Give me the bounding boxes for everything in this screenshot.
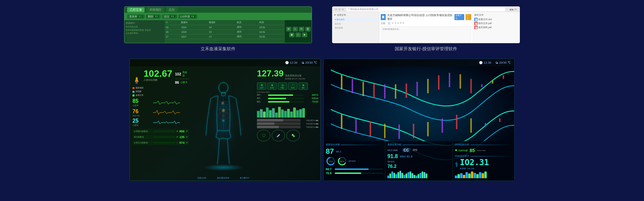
gene-mini-bar-1	[389, 174, 391, 178]
gene-mini-bar-10	[408, 172, 409, 178]
bank-doc-icon: 📄	[381, 14, 386, 20]
hc2-negative: 阴性	[413, 148, 418, 152]
rp-row-3: BD- 75436	[257, 100, 318, 103]
sidebar-item-active[interactable]: ● 退出选内	[334, 18, 378, 21]
toolbar-btn-1[interactable]: 查表单 F1	[127, 14, 145, 19]
heart-circle-btn[interactable]: ♡	[257, 130, 270, 141]
bar-col-15	[302, 108, 305, 118]
dna-stats-title: DNA综合统计	[455, 154, 512, 158]
file-item-2[interactable]: 📄 附件文件.pdf	[474, 22, 518, 25]
metric-lbl-1: γ-GT	[260, 87, 263, 89]
metric-btn-1[interactable]: ⚙ γ-GT	[257, 82, 266, 90]
metric-btn-5[interactable]: ⊕ τE1	[299, 82, 308, 90]
mini-bar-charts	[455, 172, 512, 178]
toolbar-key-1: F1	[138, 15, 143, 18]
label-plt: 血小板PLT	[240, 177, 250, 180]
mini-bar-7	[474, 173, 476, 178]
action-icon-2[interactable]: ⚠	[292, 27, 298, 31]
metric-icons: ⚙ γ-GT ⊕ δ-H2 ◎ HD≤ ♡ δ-L5	[257, 82, 318, 90]
page-num-active[interactable]: 1	[387, 22, 391, 25]
action-icon-5[interactable]: ▣	[289, 32, 294, 37]
blood-toolbar: 查表单 F1 删除 F2 提交 F3 LIS申请 F4	[124, 13, 312, 20]
gray-bar-2	[257, 122, 301, 125]
mini-bar-11	[484, 172, 487, 178]
med-right-panel: 127.39 免疫系统综合值 标准值 (63.37~156.86) ⚙ γ-GT	[255, 66, 320, 181]
gene-row-1: 89.7	[326, 168, 383, 171]
tab-blood-active[interactable]: 乙肝五项	[127, 7, 145, 12]
organ-rows: 左肾量功能数据 + 856 术 胃功能数据 + 135 术 左肾左功	[132, 129, 189, 145]
action-icon-1[interactable]: ⊞	[286, 27, 291, 31]
svg-text:86.5: 86.5	[340, 160, 344, 162]
cell-id-3: 17	[165, 34, 180, 39]
rp-header: GT≤ δHz HD≤	[257, 91, 318, 93]
organ-label-3: 左肾左功能数据	[134, 141, 152, 144]
metric-btn-4[interactable]: ♡ δ-L5	[288, 82, 298, 90]
gray-fill-1	[257, 119, 283, 122]
gene-score-big: 87	[326, 148, 334, 155]
mini-bar-9	[479, 172, 481, 178]
vital-row-3: 25 心脏率	[132, 118, 189, 127]
rp-val-1: 96573	[305, 94, 318, 96]
tab-blood-3[interactable]: 反应	[166, 7, 177, 12]
nav-dot-1	[335, 8, 337, 10]
organ-label-1: 左肾量功能数据	[134, 130, 152, 133]
blood-circle-btn[interactable]: 💉	[272, 130, 285, 141]
glow-ring	[203, 164, 244, 171]
rp-val-3: 75436	[305, 100, 318, 103]
sidebar-item-2[interactable]: 选文后	[334, 22, 378, 26]
bar-charts	[257, 104, 318, 118]
mini-bar-5	[468, 174, 471, 178]
page-num-2[interactable]: 2	[392, 22, 393, 25]
virus-circle-btn[interactable]: 🦠	[286, 130, 300, 141]
page-num-6[interactable]: 6	[402, 22, 404, 25]
table-row[interactable]: 16 1015 15 成功 10:31	[165, 29, 285, 34]
bank-sidebar: ▼ 全部文件 ● 退出选内 选文后 授信选项	[332, 12, 379, 43]
body-score-num: 102.67	[144, 69, 172, 78]
tab-blood-2[interactable]: 术筛项目	[147, 7, 164, 12]
bank-nav-icons[interactable]: ◀ ▶ ⟳	[509, 8, 517, 11]
metric-lbl-5: τE1	[302, 87, 305, 89]
brain-val-label: BRAIN	[387, 160, 450, 163]
metric-sym-5: ⊕	[302, 84, 305, 87]
dna-func-title-text: DNA机能分析	[455, 143, 469, 146]
rp-rows: GT≤ δHz HD≤ RP- 96573 RP- 63534	[257, 91, 318, 103]
page-num-3[interactable]: 3	[395, 22, 396, 25]
legend-dot-3	[132, 94, 135, 96]
page-num-5[interactable]: 5	[400, 22, 401, 25]
cell-b-1: 14	[208, 25, 236, 29]
bank-doc-title: 大连万福制药有限公司综合信贷-人行防疫专项应急贷款项目	[387, 13, 453, 21]
hc2-mon-label: Mon 91.8	[400, 155, 413, 158]
score-details: 102 高血压 86 心脏力	[175, 71, 189, 84]
person-icon: 🧍	[132, 76, 141, 84]
file-item-3[interactable]: 📄 相关资料.pdf	[474, 26, 518, 29]
table-row[interactable]: 15 1014 14 成功 10:31	[165, 25, 285, 29]
page-num-4[interactable]: 4	[397, 22, 399, 25]
table-row[interactable]: 17 1017 17 成功 10:31	[165, 34, 285, 39]
metric-btn-2[interactable]: ⊕ δ-H2	[267, 82, 277, 90]
action-icon-7[interactable]: ■	[302, 32, 307, 37]
file-item-1[interactable]: 📄 批量文件.doc	[474, 18, 518, 21]
sidebar-item-3[interactable]: 授信选项	[334, 26, 378, 30]
organ-sign-1: +	[176, 130, 178, 133]
immune-label: 免疫系统综合值	[285, 74, 306, 77]
cell-time-2: 10:31	[258, 29, 285, 34]
file-icon-blue-1: 📄	[474, 18, 478, 21]
bar-col-6	[275, 113, 278, 118]
legend-label-3: 血液正常	[136, 94, 144, 97]
action-icon-3[interactable]: ✉	[299, 27, 304, 31]
cell-status-3: 成功	[236, 34, 258, 39]
toolbar-btn-4[interactable]: LIS申请 F4	[178, 14, 197, 19]
blood-panel-labels: 软件系统信息软件和股票要求数量: 双标率点击操作事项	[126, 25, 163, 35]
toolbar-btn-2[interactable]: 删除 F2	[146, 14, 161, 19]
gene-val-1b: 75.8	[326, 172, 334, 175]
action-icon-4[interactable]: 🗑	[305, 27, 311, 31]
gray-row-1: 74G/874 ■■	[257, 119, 318, 122]
bar-col-9	[284, 111, 287, 118]
action-icon-6[interactable]: ▷	[296, 32, 301, 37]
dna-display-label: 标准值: 103.246	[460, 167, 489, 170]
toolbar-btn-3[interactable]: 提交 F3	[162, 14, 177, 19]
dna-func-title-line	[471, 145, 512, 145]
metric-btn-3[interactable]: ◎ HD≤	[278, 82, 287, 90]
cell-id-1: 15	[165, 25, 180, 29]
gene-mini-bar-0	[387, 176, 389, 178]
